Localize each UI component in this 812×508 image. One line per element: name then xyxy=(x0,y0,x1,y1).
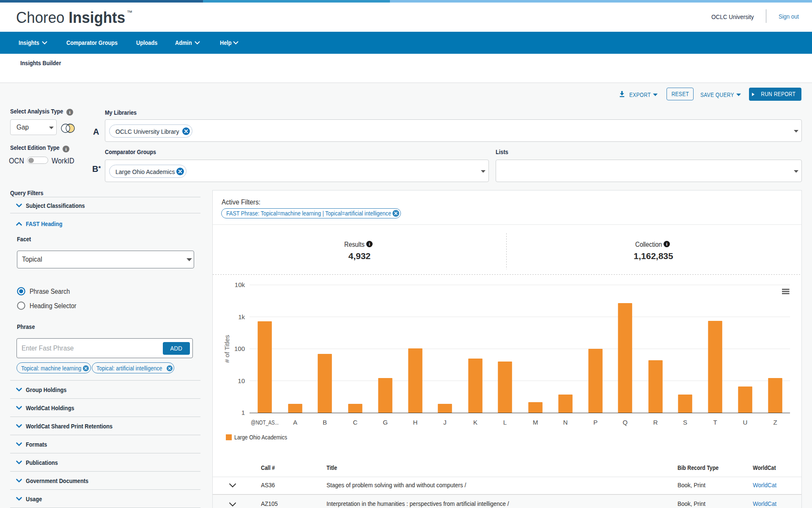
svg-text:Large Ohio Academics: Large Ohio Academics xyxy=(234,434,287,441)
svg-text:U: U xyxy=(743,419,748,426)
svg-text:N: N xyxy=(563,419,568,426)
svg-text:# of Titles: # of Titles xyxy=(224,335,230,363)
svg-text:P: P xyxy=(593,419,598,426)
svg-text:S: S xyxy=(683,419,687,426)
svg-text:L: L xyxy=(503,419,507,426)
svg-text:M: M xyxy=(533,419,538,426)
svg-text:Q: Q xyxy=(623,419,628,426)
svg-text:H: H xyxy=(413,419,418,426)
svg-text:@NOT_AS...: @NOT_AS... xyxy=(251,419,279,426)
svg-text:10k: 10k xyxy=(235,281,245,288)
svg-text:B: B xyxy=(323,419,327,426)
svg-text:1: 1 xyxy=(241,409,245,416)
svg-text:J: J xyxy=(443,419,447,426)
svg-text:100: 100 xyxy=(234,345,245,352)
svg-text:C: C xyxy=(353,419,358,426)
svg-text:1k: 1k xyxy=(238,313,245,320)
svg-text:Z: Z xyxy=(773,419,777,426)
svg-text:T: T xyxy=(713,419,717,426)
svg-text:R: R xyxy=(653,419,658,426)
svg-text:10: 10 xyxy=(238,377,245,384)
svg-text:K: K xyxy=(473,419,477,426)
svg-text:A: A xyxy=(293,419,297,426)
svg-text:G: G xyxy=(383,419,388,426)
